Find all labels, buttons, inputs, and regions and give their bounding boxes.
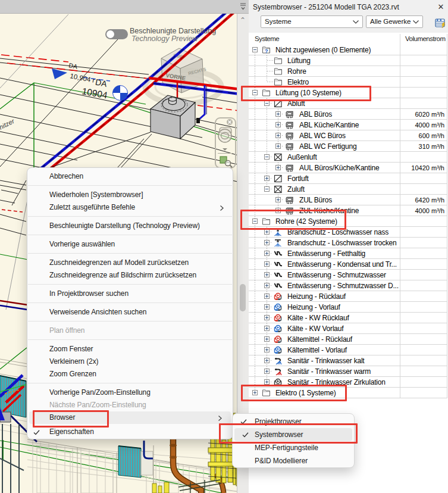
svg-text:10,904 r: 10,904 r <box>70 72 96 84</box>
svg-text:?: ? <box>265 48 268 54</box>
svg-text:hitzer: hitzer <box>0 117 16 131</box>
svg-text:DA: DA <box>68 61 79 70</box>
svg-text:DA: DA <box>95 77 108 89</box>
